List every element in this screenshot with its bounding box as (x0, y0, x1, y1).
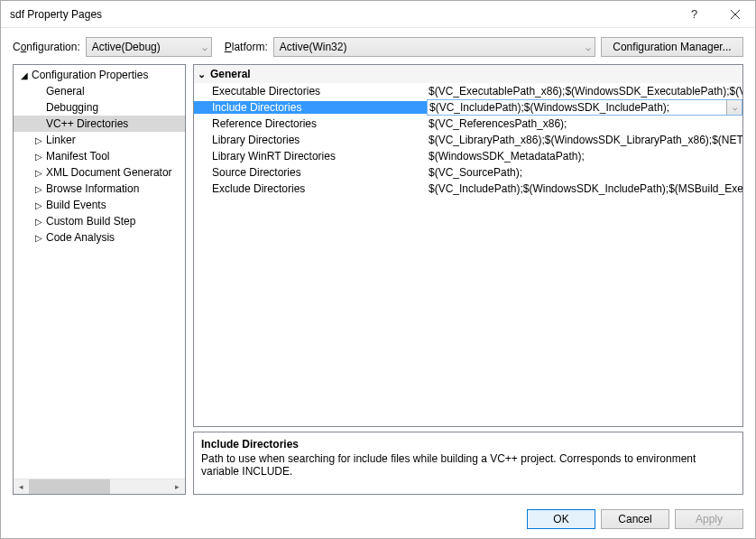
tree-item[interactable]: ▷Code Analysis (14, 229, 185, 246)
config-toolbar: Configuration: Active(Debug) ⌵ Platform:… (1, 28, 755, 64)
tree-item[interactable]: VC++ Directories (14, 116, 185, 132)
property-value: $(VC_IncludePath);$(WindowsSDK_IncludePa… (428, 101, 726, 114)
tree-item[interactable]: ▷Manifest Tool (14, 148, 185, 164)
platform-label: Platform: (225, 41, 268, 53)
chevron-down-icon: ⌵ (202, 42, 207, 52)
property-row[interactable]: Executable Directories$(VC_ExecutablePat… (194, 83, 742, 99)
tree-item[interactable]: ▷Browse Information (14, 181, 185, 197)
apply-button[interactable]: Apply (675, 509, 743, 529)
collapsed-icon: ▷ (33, 135, 44, 145)
scroll-left-icon[interactable]: ◂ (14, 479, 29, 495)
property-row[interactable]: Source Directories$(VC_SourcePath); (194, 164, 742, 181)
property-pages-dialog: sdf Property Pages ? Configuration: Acti… (0, 0, 756, 539)
collapsed-icon: ▷ (33, 184, 44, 194)
footer: OK Cancel Apply (1, 500, 755, 538)
horizontal-scrollbar[interactable]: ◂ ▸ (14, 479, 185, 494)
property-value: $(VC_ExecutablePath_x86);$(WindowsSDK_Ex… (427, 85, 742, 98)
description-panel: Include Directories Path to use when sea… (193, 432, 743, 495)
chevron-down-icon: ⌵ (585, 42, 591, 52)
scroll-thumb[interactable] (29, 479, 110, 495)
configuration-combo[interactable]: Active(Debug) ⌵ (86, 37, 212, 57)
tree-item-label: Debugging (44, 101, 98, 114)
expanded-icon: ◢ (19, 70, 30, 80)
property-row[interactable]: Exclude Directories$(VC_IncludePath);$(W… (194, 181, 742, 197)
property-row[interactable]: Reference Directories$(VC_ReferencesPath… (194, 116, 742, 132)
description-title: Include Directories (201, 438, 735, 451)
property-value: $(VC_IncludePath);$(WindowsSDK_IncludePa… (427, 182, 742, 195)
tree-item-label: Linker (44, 134, 76, 146)
tree-item-label: Manifest Tool (44, 150, 109, 163)
tree-item[interactable]: ◢Configuration Properties (14, 67, 185, 83)
window-title: sdf Property Pages (10, 8, 674, 21)
tree-item-label: Custom Build Step (44, 215, 135, 228)
collapsed-icon: ▷ (33, 152, 44, 162)
cancel-button[interactable]: Cancel (601, 509, 669, 529)
property-name: Executable Directories (194, 85, 427, 98)
tree-item-label: General (44, 85, 85, 98)
property-row[interactable]: Include Directories$(VC_IncludePath);$(W… (194, 99, 742, 116)
titlebar: sdf Property Pages ? (1, 1, 755, 28)
tree[interactable]: ◢Configuration PropertiesGeneralDebuggin… (14, 65, 185, 479)
property-name: Library Directories (194, 134, 427, 146)
tree-item-label: XML Document Generator (44, 166, 172, 179)
ok-button[interactable]: OK (527, 509, 595, 529)
property-value-editor[interactable]: $(VC_IncludePath);$(WindowsSDK_IncludePa… (427, 99, 742, 116)
tree-item[interactable]: ▷Build Events (14, 197, 185, 213)
tree-item-label: Browse Information (44, 182, 139, 195)
tree-item-label: Code Analysis (44, 231, 115, 244)
help-button[interactable]: ? (674, 1, 715, 28)
property-name: Library WinRT Directories (194, 150, 427, 163)
group-header[interactable]: ⌄ General (194, 65, 742, 83)
scroll-right-icon[interactable]: ▸ (170, 479, 185, 495)
property-name: Source Directories (194, 166, 427, 179)
tree-item[interactable]: General (14, 83, 185, 99)
platform-combo[interactable]: Active(Win32) ⌵ (273, 37, 595, 57)
close-icon (731, 10, 740, 19)
configuration-label: Configuration: (13, 41, 80, 53)
collapsed-icon: ▷ (33, 168, 44, 178)
tree-item[interactable]: ▷Custom Build Step (14, 213, 185, 229)
right-panel: ⌄ General Executable Directories$(VC_Exe… (193, 64, 743, 495)
tree-item-label: Configuration Properties (30, 69, 148, 81)
property-name: Include Directories (194, 101, 427, 114)
collapsed-icon: ▷ (33, 217, 44, 227)
property-value: $(VC_SourcePath); (427, 166, 742, 179)
description-body: Path to use when searching for include f… (201, 452, 735, 478)
tree-item-label: VC++ Directories (44, 117, 128, 130)
property-name: Exclude Directories (194, 182, 427, 195)
property-value: $(VC_ReferencesPath_x86); (427, 117, 742, 130)
property-row[interactable]: Library Directories$(VC_LibraryPath_x86)… (194, 132, 742, 148)
tree-item[interactable]: ▷XML Document Generator (14, 164, 185, 181)
property-name: Reference Directories (194, 117, 427, 130)
property-value: $(WindowsSDK_MetadataPath); (427, 150, 742, 163)
dropdown-button[interactable]: ⌵ (726, 100, 742, 115)
property-value: $(VC_LibraryPath_x86);$(WindowsSDK_Libra… (427, 134, 742, 146)
collapsed-icon: ▷ (33, 200, 44, 210)
collapse-icon: ⌄ (198, 69, 210, 80)
tree-item[interactable]: Debugging (14, 99, 185, 116)
main-area: ◢Configuration PropertiesGeneralDebuggin… (1, 64, 755, 500)
collapsed-icon: ▷ (33, 233, 44, 243)
property-row[interactable]: Library WinRT Directories$(WindowsSDK_Me… (194, 148, 742, 164)
close-button[interactable] (715, 1, 755, 28)
tree-item[interactable]: ▷Linker (14, 132, 185, 148)
configuration-manager-button[interactable]: Configuration Manager... (601, 37, 743, 57)
property-grid: ⌄ General Executable Directories$(VC_Exe… (193, 64, 743, 427)
tree-panel: ◢Configuration PropertiesGeneralDebuggin… (13, 64, 186, 495)
tree-item-label: Build Events (44, 199, 106, 211)
